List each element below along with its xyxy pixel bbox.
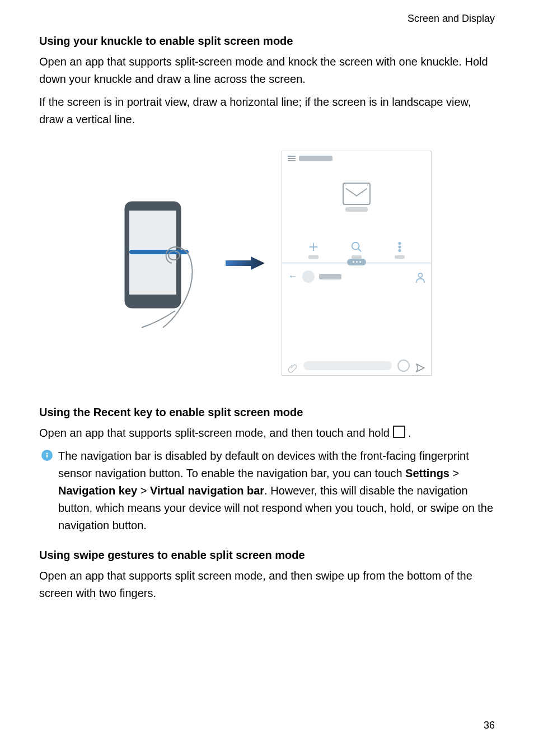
blurred-title	[299, 156, 332, 161]
phone-gesture-drawing	[102, 196, 209, 330]
note-sep2: >	[137, 484, 150, 497]
svg-point-14	[46, 452, 48, 454]
note-vnav: Virtual navigation bar	[150, 484, 264, 497]
heading-recent: Using the Recent key to enable split scr…	[39, 404, 495, 421]
note-navkey: Navigation key	[58, 484, 137, 497]
svg-point-10	[399, 246, 400, 248]
para-recent-after: .	[405, 427, 411, 439]
split-grabber-icon	[347, 259, 366, 265]
svg-line-8	[358, 249, 362, 252]
emoji-icon	[397, 360, 410, 372]
mail-icon	[343, 183, 371, 205]
arrow-right-icon	[226, 255, 265, 272]
svg-point-12	[418, 273, 422, 277]
search-icon	[350, 241, 363, 253]
para-knuckle-1: Open an app that supports split-screen m…	[39, 53, 495, 88]
svg-rect-15	[46, 455, 48, 458]
illustration-split-screen: ←	[39, 151, 495, 376]
svg-point-7	[352, 242, 359, 250]
svg-marker-4	[226, 256, 265, 270]
svg-point-9	[399, 242, 400, 244]
heading-swipe: Using swipe gestures to enable split scr…	[39, 547, 495, 564]
header-category: Screen and Display	[39, 11, 495, 27]
recent-key-icon	[393, 426, 405, 438]
page-number: 36	[484, 718, 495, 734]
info-icon	[41, 450, 53, 461]
para-recent: Open an app that supports split-screen m…	[39, 424, 495, 442]
more-vertical-icon	[394, 241, 406, 253]
para-knuckle-2: If the screen is in portrait view, draw …	[39, 94, 495, 128]
attachment-icon	[288, 361, 298, 371]
para-recent-before: Open an app that supports split-screen m…	[39, 427, 393, 439]
note-settings: Settings	[405, 467, 449, 479]
blurred-name	[319, 274, 341, 279]
compose-field	[303, 361, 392, 370]
split-screen-mock: ←	[282, 151, 432, 376]
svg-marker-13	[416, 364, 424, 372]
para-swipe: Open an app that supports split screen m…	[39, 567, 495, 602]
send-icon	[415, 361, 425, 371]
hamburger-icon	[288, 156, 296, 161]
blurred-subtext	[345, 207, 368, 212]
svg-point-11	[399, 250, 400, 251]
heading-knuckle: Using your knuckle to enable split scree…	[39, 32, 495, 50]
contact-icon	[415, 271, 425, 282]
note-sep1: >	[449, 467, 459, 479]
avatar-placeholder-icon	[302, 270, 315, 283]
plus-icon	[307, 241, 320, 253]
info-note: The navigation bar is disabled by defaul…	[39, 447, 495, 534]
back-arrow-icon: ←	[288, 269, 298, 284]
